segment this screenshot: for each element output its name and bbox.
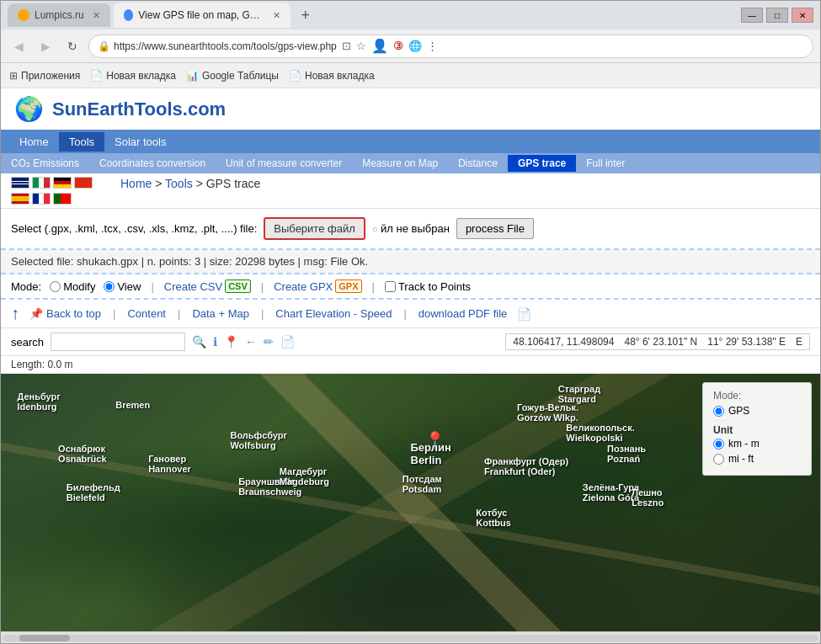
account-icon[interactable]: 👤 — [371, 38, 388, 54]
subnav-coords[interactable]: Coordinates conversion — [89, 155, 216, 172]
flag-it[interactable] — [32, 177, 51, 189]
map-label-magdeburg: МагдебургMagdeburg — [280, 466, 329, 487]
map-label-wolfsburg: ВольфсбургWolfsburg — [230, 430, 287, 450]
coords-extra: E — [796, 336, 802, 348]
arrow-icon[interactable]: ← — [245, 335, 257, 349]
view-label: View — [117, 280, 141, 293]
page-content: 🌍 SunEarthTools.com Home Tools Solar too… — [1, 88, 820, 643]
sub-nav: CO₂ Emissions Coordinates conversion Uni… — [1, 153, 820, 173]
map-container[interactable]: Bremen Деньбургldenburg ОснабрюкOsnabrüc… — [1, 374, 820, 631]
menu-icon[interactable]: ⋮ — [427, 40, 438, 52]
minimize-button[interactable]: — — [741, 8, 763, 23]
pdf-download-icon[interactable]: 📄 — [280, 335, 295, 349]
tab-active-close[interactable]: ✕ — [273, 10, 280, 21]
horizontal-scrollbar[interactable] — [1, 631, 820, 643]
gps-radio-label: GPS — [728, 405, 749, 417]
new-tab-button[interactable]: + — [294, 3, 317, 27]
pdf-icon: 📄 — [517, 307, 531, 321]
map-controls-panel: Mode: GPS Unit km - m mi - ft — [702, 382, 812, 476]
search-input[interactable] — [51, 333, 185, 351]
toolbar-row: ↑ 📌 Back to top | Content | Data + Map |… — [1, 300, 820, 328]
search-icon[interactable]: 🔍 — [192, 335, 206, 349]
flag-fr[interactable] — [32, 193, 51, 205]
content-link[interactable]: Content — [127, 307, 166, 320]
bookmark-apps[interactable]: ⊞ Приложения — [9, 70, 80, 82]
forward-button[interactable]: ▶ — [35, 35, 56, 57]
breadcrumb-current: GPS trace — [206, 177, 261, 190]
nav-solar[interactable]: Solar tools — [104, 132, 176, 152]
download-pdf-link[interactable]: download PDF file — [418, 307, 508, 320]
address-bar[interactable]: 🔒 https://www.sunearthtools.com/tools/gp… — [88, 35, 813, 58]
new-tab-label-1: Новая вкладка — [106, 70, 176, 82]
map-marker-icon[interactable]: 📍 — [224, 335, 238, 349]
nav-home[interactable]: Home — [9, 132, 59, 152]
modify-radio-input[interactable] — [50, 281, 61, 292]
flag-uk[interactable] — [11, 177, 29, 189]
flag-es[interactable] — [11, 193, 29, 205]
flag-cn[interactable] — [74, 177, 93, 189]
subnav-measure[interactable]: Measure on Map — [352, 155, 448, 172]
file-select-area: Select (.gpx, .kml, .tcx, .csv, .xls, .k… — [1, 209, 820, 250]
gps-radio[interactable] — [713, 406, 724, 417]
back-button[interactable]: ◀ — [8, 35, 29, 57]
map-label-stargard: СтаpградStargard — [558, 384, 601, 404]
flag-de[interactable] — [53, 177, 72, 189]
subnav-distance[interactable]: Distance — [448, 155, 508, 172]
mi-ft-radio-item[interactable]: mi - ft — [713, 453, 801, 465]
km-m-radio[interactable] — [713, 439, 724, 450]
process-file-button[interactable]: process File — [456, 218, 534, 239]
nav-tools[interactable]: Tools — [59, 132, 104, 152]
choose-file-button[interactable]: Выберите файл — [264, 217, 365, 240]
edit-icon[interactable]: ✏ — [264, 335, 274, 349]
tab-inactive[interactable]: Lumpics.ru ✕ — [8, 3, 110, 27]
page-icon-1: 📄 — [90, 70, 103, 82]
sheets-icon: 📊 — [186, 70, 199, 82]
subnav-full[interactable]: Full inter — [576, 155, 635, 172]
bookmark-sheets[interactable]: 📊 Google Таблицы — [186, 70, 279, 82]
separator-2: | — [261, 280, 264, 293]
back-to-top-label[interactable]: Back to top — [46, 307, 101, 320]
breadcrumb: Home > Tools > GPS trace — [120, 177, 260, 190]
mode-modify-radio[interactable]: Modify — [50, 280, 95, 293]
refresh-button[interactable]: ↻ — [61, 35, 83, 57]
chart-elevation-link[interactable]: Chart Elevation - Speed — [275, 307, 392, 320]
flag-pt[interactable] — [53, 193, 72, 205]
scroll-thumb[interactable] — [19, 635, 70, 641]
subnav-gps[interactable]: GPS trace — [508, 155, 576, 172]
create-csv-link[interactable]: Create CSV CSV — [164, 279, 251, 293]
coords-lon-dms: 11° 29' 53.138" E — [707, 336, 786, 348]
subnav-units[interactable]: Unit of measure converter — [216, 155, 352, 172]
separator-3: | — [372, 280, 375, 293]
view-radio-input[interactable] — [104, 281, 115, 292]
map-label-cottbus: КотбусKottbus — [476, 508, 511, 528]
back-to-top-link[interactable]: 📌 Back to top — [29, 307, 101, 320]
km-m-radio-item[interactable]: km - m — [713, 438, 801, 450]
lumpics-favicon — [18, 9, 29, 21]
mi-ft-radio[interactable] — [713, 454, 724, 465]
gps-pin[interactable] — [424, 430, 445, 450]
tab-active[interactable]: View GPS file on map, GPX, KML ✕ — [114, 3, 291, 28]
up-arrow-icon[interactable]: ↑ — [11, 304, 19, 323]
gps-radio-item[interactable]: GPS — [713, 405, 801, 417]
mode-view-radio[interactable]: View — [104, 280, 141, 293]
mi-ft-label: mi - ft — [728, 453, 754, 465]
close-button[interactable]: ✕ — [792, 8, 813, 23]
cast-icon[interactable]: ⊡ — [342, 40, 351, 52]
bookmark-star-icon[interactable]: ☆ — [356, 40, 366, 52]
extensions-icon[interactable]: ③ — [393, 40, 403, 52]
breadcrumb-tools[interactable]: Tools — [165, 177, 193, 190]
breadcrumb-home[interactable]: Home — [120, 177, 152, 190]
track-to-points-input[interactable] — [385, 281, 396, 292]
apps-grid-icon: ⊞ — [9, 70, 18, 82]
subnav-co2[interactable]: CO₂ Emissions — [1, 155, 89, 172]
main-nav: Home Tools Solar tools — [1, 130, 820, 153]
track-to-points-check[interactable]: Track to Points — [385, 280, 471, 293]
tab-inactive-close[interactable]: ✕ — [93, 10, 100, 21]
create-gpx-link[interactable]: Create GPX GPX — [274, 279, 361, 293]
bookmark-new-tab-1[interactable]: 📄 Новая вкладка — [90, 70, 176, 82]
bookmark-new-tab-2[interactable]: 📄 Новая вкладка — [289, 70, 375, 82]
globe-icon[interactable]: 🌐 — [408, 40, 422, 52]
maximize-button[interactable]: □ — [766, 8, 788, 23]
info-icon[interactable]: ℹ — [213, 335, 217, 349]
data-map-link[interactable]: Data + Map — [192, 307, 249, 320]
